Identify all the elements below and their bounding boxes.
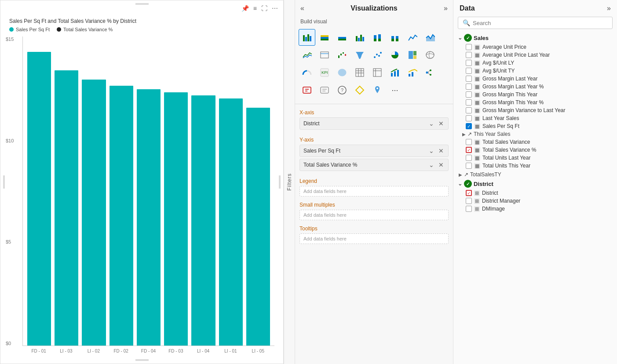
bar-group-8[interactable] [246, 36, 270, 346]
tooltips-add-field[interactable]: Add data fields here [299, 233, 449, 244]
tree-item-last-year-sales[interactable]: ▦ Last Year Sales [456, 114, 614, 122]
pin-icon[interactable]: 📌 [241, 4, 250, 13]
checkbox-avg-unit-ly[interactable] [466, 60, 472, 66]
viz-more[interactable]: ··· [387, 82, 403, 98]
bar-group-7[interactable] [219, 36, 243, 346]
bar-7[interactable] [219, 98, 243, 346]
sub-group-total-sales-ty[interactable]: ▶ ↗ TotalSalesTY [456, 171, 614, 178]
bar-4[interactable] [137, 89, 161, 346]
tree-item-district-manager[interactable]: ⊞ District Manager [456, 197, 614, 205]
checkbox-sales-per-sqft[interactable]: ✓ [466, 123, 472, 129]
tree-item-sales-per-sqft[interactable]: ✓ ▦ Sales Per Sq Ft [456, 122, 614, 130]
resize-handle-top[interactable] [135, 3, 149, 5]
bar-2[interactable] [82, 80, 106, 346]
checkbox-avg-unit-price-ly[interactable] [466, 52, 472, 58]
bar-group-0[interactable] [27, 36, 51, 346]
viz-collapse-right[interactable]: » [444, 4, 448, 12]
data-panel-collapse[interactable]: » [607, 4, 611, 12]
tree-item-avg-unit-price[interactable]: ▦ Average Unit Price [456, 43, 614, 51]
checkbox-avg-unit-price[interactable] [466, 44, 472, 50]
more-icon[interactable]: ⋯ [271, 4, 279, 13]
small-multiples-add-field[interactable]: Add data fields here [299, 210, 449, 220]
viz-stacked-col[interactable] [369, 29, 386, 46]
tree-item-gross-margin-ty[interactable]: ▦ Gross Margin This Year [456, 91, 614, 98]
viz-gauge[interactable] [299, 64, 315, 81]
checkbox-gross-margin-ty[interactable] [466, 91, 472, 98]
viz-diamond[interactable] [351, 82, 368, 98]
resize-handle-bottom[interactable] [135, 359, 149, 361]
viz-treemap[interactable] [404, 47, 421, 63]
yaxis-1-remove-btn[interactable]: ✕ [438, 147, 445, 154]
viz-line-stacked[interactable] [299, 47, 315, 63]
resize-handle-left[interactable] [3, 175, 5, 189]
yaxis-field-1[interactable]: Sales Per Sq Ft ⌄ ✕ [299, 145, 449, 157]
viz-100-col[interactable] [387, 29, 403, 46]
tree-item-avg-unit-ly[interactable]: ▦ Avg $/Unit LY [456, 59, 614, 67]
checkbox-gross-margin-ly[interactable] [466, 76, 472, 82]
xaxis-expand-btn[interactable]: ⌄ [428, 120, 435, 127]
expand-icon[interactable]: ⛶ [260, 4, 268, 13]
viz-ai-narratives[interactable] [299, 82, 315, 98]
viz-collapse-left[interactable]: « [300, 4, 304, 12]
viz-kpi[interactable]: KPI [316, 64, 333, 81]
checkbox-gross-margin-ty-pct[interactable] [466, 99, 472, 106]
viz-map[interactable] [422, 47, 438, 63]
checkbox-total-units-ly[interactable] [466, 155, 472, 161]
viz-100-bar[interactable] [334, 29, 350, 46]
checkbox-gross-margin-ly-pct[interactable] [466, 84, 472, 90]
bar-group-3[interactable] [110, 36, 133, 346]
checkbox-dmimage[interactable] [466, 206, 472, 212]
viz-scatter[interactable] [369, 47, 386, 63]
tree-item-gross-margin-ly-pct[interactable]: ▦ Gross Margin Last Year % [456, 83, 614, 91]
tree-group-district-header[interactable]: ⌄ ✓ District [456, 178, 614, 189]
bar-6[interactable] [191, 95, 215, 346]
checkbox-total-sales-variance[interactable] [466, 139, 472, 145]
tree-item-total-units-ly[interactable]: ▦ Total Units Last Year [456, 154, 614, 162]
checkbox-last-year-sales[interactable] [466, 115, 472, 121]
yaxis-2-expand-btn[interactable]: ⌄ [428, 161, 435, 168]
viz-stacked-bar[interactable] [316, 29, 333, 46]
bar-group-1[interactable] [55, 36, 78, 346]
viz-area[interactable] [422, 29, 438, 46]
bar-group-4[interactable] [137, 36, 161, 346]
viz-table[interactable] [351, 64, 368, 81]
bar-group-2[interactable] [82, 36, 106, 346]
viz-line[interactable] [404, 29, 421, 46]
viz-clustered-col[interactable] [351, 29, 368, 46]
viz-qna[interactable]: ? [334, 82, 350, 98]
yaxis-2-remove-btn[interactable]: ✕ [438, 161, 445, 168]
viz-smart-narrative[interactable] [316, 82, 333, 98]
viz-filled-map[interactable] [334, 64, 350, 81]
tree-item-avg-unit-ty[interactable]: ▦ Avg $/Unit TY [456, 67, 614, 75]
checkbox-total-units-ty[interactable] [466, 163, 472, 169]
bar-1[interactable] [55, 70, 78, 346]
checkbox-avg-unit-ty[interactable] [466, 68, 472, 74]
viz-matrix[interactable] [369, 64, 386, 81]
bar-group-5[interactable] [164, 36, 188, 346]
bar-group-6[interactable] [191, 36, 215, 346]
yaxis-field-2[interactable]: Total Sales Variance % ⌄ ✕ [299, 159, 449, 171]
viz-decomp-tree[interactable] [422, 64, 438, 81]
tree-item-total-sales-variance[interactable]: ▦ Total Sales Variance [456, 138, 614, 146]
tree-item-total-units-ty[interactable]: ▦ Total Units This Year [456, 162, 614, 170]
tree-item-gross-margin-ty-pct[interactable]: ▦ Gross Margin This Year % [456, 98, 614, 106]
xaxis-remove-btn[interactable]: ✕ [438, 120, 445, 127]
checkbox-district-manager[interactable] [466, 198, 472, 204]
viz-line-col[interactable] [387, 64, 403, 81]
tree-group-sales-header[interactable]: ⌄ ✓ Sales [456, 33, 614, 43]
viz-clustered-bar[interactable] [299, 29, 315, 46]
viz-ribbon[interactable] [316, 47, 333, 63]
sub-group-this-year-sales[interactable]: ▶ ↗ This Year Sales [456, 130, 614, 138]
tree-item-avg-unit-price-ly[interactable]: ▦ Average Unit Price Last Year [456, 51, 614, 59]
tree-item-total-sales-variance-pct[interactable]: ✓ ▦ Total Sales Variance % [456, 146, 614, 154]
xaxis-field[interactable]: District ⌄ ✕ [299, 117, 449, 130]
bar-8[interactable] [246, 108, 270, 346]
tree-item-gross-margin-ly[interactable]: ▦ Gross Margin Last Year [456, 75, 614, 83]
tree-item-dmimage[interactable]: ⊞ DMImage [456, 205, 614, 213]
legend-add-field[interactable]: Add data fields here [299, 186, 449, 197]
search-input[interactable] [473, 20, 608, 26]
checkbox-total-sales-variance-pct[interactable]: ✓ [466, 147, 472, 153]
bar-3[interactable] [110, 86, 133, 346]
tree-item-district[interactable]: ✓ ⊞ District [456, 189, 614, 197]
viz-pin[interactable] [369, 82, 386, 98]
